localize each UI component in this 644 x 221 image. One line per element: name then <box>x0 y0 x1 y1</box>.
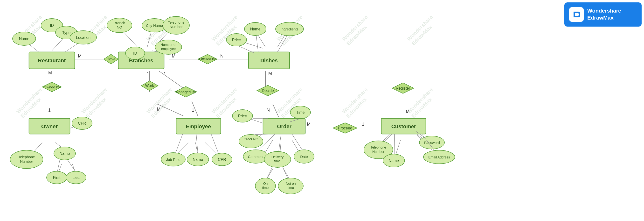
svg-text:Owner: Owner <box>41 123 58 129</box>
svg-line-144 <box>239 46 254 53</box>
svg-text:Decide: Decide <box>262 89 274 93</box>
svg-text:Proceed: Proceed <box>338 126 352 130</box>
svg-text:Restaurant: Restaurant <box>38 58 66 64</box>
svg-line-39 <box>266 140 273 152</box>
svg-line-143 <box>256 36 258 52</box>
svg-line-8 <box>159 71 184 88</box>
svg-line-183 <box>383 134 390 141</box>
svg-text:Number of: Number of <box>160 43 176 47</box>
svg-line-134 <box>176 134 183 153</box>
svg-line-159 <box>255 134 270 135</box>
svg-text:Work: Work <box>145 84 154 88</box>
svg-line-7 <box>157 104 184 116</box>
svg-text:Delivery: Delivery <box>272 155 284 159</box>
svg-text:1: 1 <box>192 108 194 113</box>
svg-line-173 <box>283 167 289 178</box>
svg-text:M: M <box>48 71 52 75</box>
logo-icon <box>569 7 584 22</box>
svg-text:N: N <box>266 108 270 113</box>
svg-text:Type: Type <box>62 31 71 35</box>
svg-text:Number: Number <box>20 159 33 163</box>
svg-line-45 <box>396 140 400 155</box>
svg-line-32 <box>205 142 217 155</box>
svg-text:On: On <box>263 182 268 185</box>
svg-text:CPR: CPR <box>218 157 226 162</box>
svg-text:Name: Name <box>250 27 260 31</box>
svg-text:M: M <box>78 54 82 59</box>
svg-line-145 <box>278 36 287 52</box>
svg-text:Dishes: Dishes <box>260 58 278 64</box>
svg-text:First: First <box>53 176 60 180</box>
svg-text:Name: Name <box>193 157 203 162</box>
svg-text:M: M <box>307 122 310 127</box>
svg-line-165 <box>292 134 302 150</box>
svg-text:time: time <box>288 186 294 190</box>
svg-text:Telephone: Telephone <box>370 145 386 149</box>
svg-text:1: 1 <box>164 72 166 76</box>
logo-text: Wondershare EdrawMax <box>587 8 621 21</box>
svg-text:Ingredients: Ingredients <box>280 27 298 31</box>
svg-text:Name: Name <box>389 159 399 163</box>
svg-text:NO: NO <box>117 25 122 29</box>
svg-text:Price: Price <box>232 38 241 42</box>
svg-text:employee: employee <box>161 47 176 51</box>
svg-text:Order: Order <box>277 123 292 129</box>
svg-text:Date: Date <box>300 155 308 159</box>
svg-text:Email Address: Email Address <box>428 155 450 159</box>
svg-text:Customer: Customer <box>391 123 416 129</box>
logo-box: Wondershare EdrawMax <box>564 3 642 27</box>
svg-text:Name: Name <box>19 37 30 41</box>
svg-text:Price: Price <box>238 114 247 118</box>
svg-text:1: 1 <box>48 108 51 113</box>
svg-text:Number: Number <box>372 150 384 154</box>
svg-text:Telephone: Telephone <box>168 20 184 24</box>
svg-line-11 <box>273 104 279 117</box>
svg-text:Offered by: Offered by <box>199 57 216 61</box>
svg-text:1: 1 <box>147 72 149 76</box>
svg-text:Number: Number <box>170 25 182 29</box>
svg-text:M: M <box>172 54 176 59</box>
svg-text:ID: ID <box>50 24 54 28</box>
svg-text:City Name: City Name <box>146 24 163 28</box>
svg-line-34 <box>244 42 263 48</box>
svg-text:M: M <box>268 71 272 76</box>
svg-text:Location: Location <box>76 36 91 40</box>
svg-text:time: time <box>274 159 281 163</box>
svg-line-113 <box>68 160 75 171</box>
svg-text:Not on: Not on <box>286 182 296 185</box>
svg-line-172 <box>267 167 272 178</box>
svg-line-136 <box>211 134 218 153</box>
svg-line-25 <box>123 31 138 47</box>
svg-line-30 <box>176 142 188 155</box>
er-diagram-svg: M M M N 1 M 1 1 M 1 M N M 1 M Restaurant <box>0 0 644 221</box>
diagram-canvas: WondershareEdrawMax WondershareEdrawMax … <box>0 0 644 221</box>
svg-text:Job Role: Job Role <box>166 157 180 162</box>
svg-text:N: N <box>220 54 224 59</box>
svg-text:Branch: Branch <box>114 21 125 25</box>
svg-text:Managed By: Managed By <box>176 90 196 94</box>
svg-text:time: time <box>262 186 269 190</box>
svg-text:Employee: Employee <box>186 123 211 129</box>
svg-line-41 <box>292 140 299 152</box>
svg-text:Owned by: Owned by <box>44 85 60 89</box>
svg-text:Comment: Comment <box>248 155 264 159</box>
svg-text:Register: Register <box>396 86 410 90</box>
svg-text:Have: Have <box>106 57 115 61</box>
svg-text:M: M <box>406 109 410 114</box>
svg-line-184 <box>394 134 394 154</box>
svg-text:M: M <box>157 107 160 112</box>
svg-text:Password: Password <box>424 141 440 145</box>
svg-text:Time: Time <box>296 110 305 114</box>
svg-text:CPR: CPR <box>78 121 86 125</box>
svg-text:Last: Last <box>72 176 80 180</box>
svg-text:Telephone: Telephone <box>18 155 35 159</box>
svg-text:Name: Name <box>60 151 70 155</box>
svg-text:1: 1 <box>362 122 364 127</box>
